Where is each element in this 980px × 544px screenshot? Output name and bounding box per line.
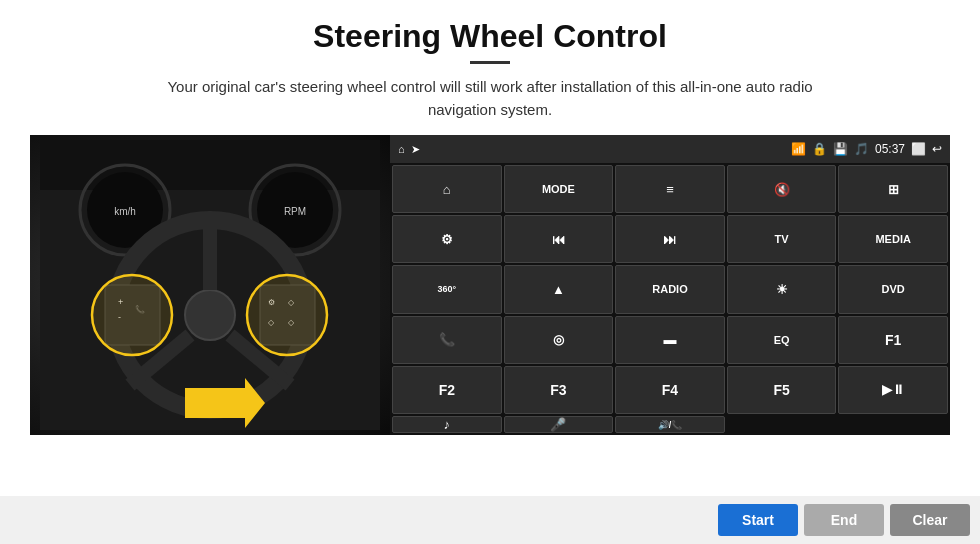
status-right-area: 📶 🔒 💾 🎵 05:37 ⬜ ↩ xyxy=(791,142,942,156)
button-grid: ⌂ MODE ≡ 🔇 ⊞ ⚙ ⏮ ⏭ TV MEDIA 360° ▲ RADIO… xyxy=(390,163,950,435)
btn-f5[interactable]: F5 xyxy=(727,366,837,414)
btn-music[interactable]: ♪ xyxy=(392,416,502,433)
bt-icon: 🎵 xyxy=(854,142,869,156)
wifi-icon: 📶 xyxy=(791,142,806,156)
btn-mic[interactable]: 🎤 xyxy=(504,416,614,433)
page-subtitle: Your original car's steering wheel contr… xyxy=(150,76,830,121)
btn-tv[interactable]: TV xyxy=(727,215,837,263)
btn-dvd[interactable]: DVD xyxy=(838,265,948,313)
btn-apps[interactable]: ⊞ xyxy=(838,165,948,213)
steering-wheel-svg: km/h RPM + - 📞 xyxy=(40,140,380,430)
page-container: Steering Wheel Control Your original car… xyxy=(0,0,980,544)
btn-eq[interactable]: EQ xyxy=(727,316,837,364)
btn-navi[interactable]: ◎ xyxy=(504,316,614,364)
btn-360[interactable]: 360° xyxy=(392,265,502,313)
btn-home[interactable]: ⌂ xyxy=(392,165,502,213)
svg-point-9 xyxy=(185,290,235,340)
status-left-icons: ⌂ ➤ xyxy=(398,143,420,156)
btn-phone[interactable]: 📞 xyxy=(392,316,502,364)
bottom-button-row: Start End Clear xyxy=(0,496,980,544)
btn-eject[interactable]: ▲ xyxy=(504,265,614,313)
btn-screen[interactable]: ▬ xyxy=(615,316,725,364)
back-icon: ↩ xyxy=(932,142,942,156)
btn-prev[interactable]: ⏮ xyxy=(504,215,614,263)
nav-icon: ➤ xyxy=(411,143,420,156)
btn-radio[interactable]: RADIO xyxy=(615,265,725,313)
steering-wheel-image: km/h RPM + - 📞 xyxy=(30,135,390,435)
content-area: km/h RPM + - 📞 xyxy=(30,135,950,544)
clear-button[interactable]: Clear xyxy=(890,504,970,536)
btn-mute[interactable]: 🔇 xyxy=(727,165,837,213)
btn-vol-call[interactable]: 🔊/📞 xyxy=(615,416,725,433)
steering-bg: km/h RPM + - 📞 xyxy=(30,135,390,435)
time-display: 05:37 xyxy=(875,142,905,156)
btn-f2[interactable]: F2 xyxy=(392,366,502,414)
end-button[interactable]: End xyxy=(804,504,884,536)
btn-f3[interactable]: F3 xyxy=(504,366,614,414)
svg-point-22 xyxy=(92,275,172,355)
page-title: Steering Wheel Control xyxy=(313,18,667,55)
btn-next[interactable]: ⏭ xyxy=(615,215,725,263)
android-panel: ⌂ ➤ 📶 🔒 💾 🎵 05:37 ⬜ ↩ ⌂ MODE ≡ xyxy=(390,135,950,435)
home-icon: ⌂ xyxy=(398,143,405,155)
status-bar: ⌂ ➤ 📶 🔒 💾 🎵 05:37 ⬜ ↩ xyxy=(390,135,950,163)
btn-play-pause[interactable]: ▶⏸ xyxy=(838,366,948,414)
btn-mode[interactable]: MODE xyxy=(504,165,614,213)
btn-media[interactable]: MEDIA xyxy=(838,215,948,263)
start-button[interactable]: Start xyxy=(718,504,798,536)
sd-icon: 💾 xyxy=(833,142,848,156)
btn-list[interactable]: ≡ xyxy=(615,165,725,213)
btn-f1[interactable]: F1 xyxy=(838,316,948,364)
btn-f4[interactable]: F4 xyxy=(615,366,725,414)
screen-icon: ⬜ xyxy=(911,142,926,156)
btn-settings[interactable]: ⚙ xyxy=(392,215,502,263)
svg-point-23 xyxy=(247,275,327,355)
svg-text:km/h: km/h xyxy=(114,206,136,217)
lock-icon: 🔒 xyxy=(812,142,827,156)
svg-text:RPM: RPM xyxy=(284,206,306,217)
btn-brightness[interactable]: ☀ xyxy=(727,265,837,313)
title-divider xyxy=(470,61,510,64)
